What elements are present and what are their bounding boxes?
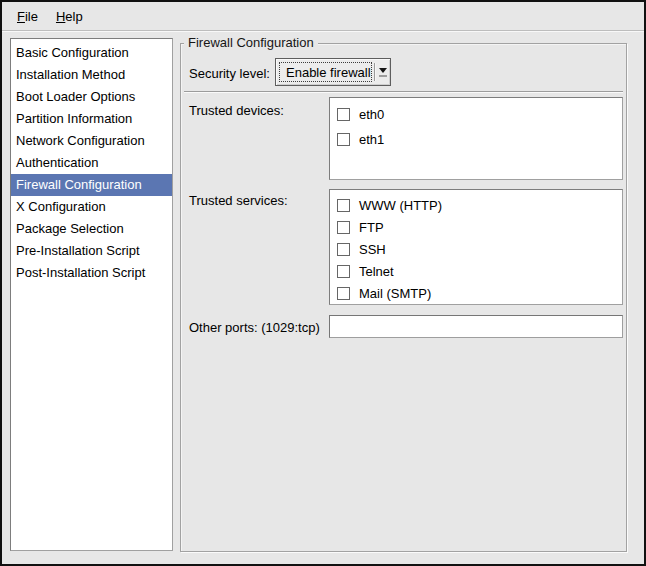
trusted-services-label: Trusted services: <box>189 193 288 208</box>
sidebar-item-label: Network Configuration <box>16 133 145 148</box>
sidebar-item[interactable]: Basic Configuration <box>11 42 172 64</box>
checkbox-icon[interactable] <box>337 287 350 300</box>
trusted-service-row[interactable]: Telnet <box>330 260 622 282</box>
sidebar-item-label: Post-Installation Script <box>16 265 145 280</box>
sidebar-item-label: Package Selection <box>16 221 124 236</box>
sidebar-item-label: Partition Information <box>16 111 132 126</box>
sidebar-item-label: Authentication <box>16 155 98 170</box>
horizontal-separator <box>184 91 623 93</box>
trusted-service-name: Mail (SMTP) <box>359 286 431 301</box>
sidebar-item[interactable]: Partition Information <box>11 108 172 130</box>
sidebar-item[interactable]: X Configuration <box>11 196 172 218</box>
sidebar-item-label: Firewall Configuration <box>16 177 142 192</box>
sidebar-item-label: X Configuration <box>16 199 106 214</box>
sidebar-item[interactable]: Installation Method <box>11 64 172 86</box>
menu-file-mnemonic: F <box>17 9 25 24</box>
checkbox-icon[interactable] <box>337 133 350 146</box>
sidebar-item-label: Installation Method <box>16 67 125 82</box>
checkbox-icon[interactable] <box>337 243 350 256</box>
security-level-value: Enable firewall <box>279 62 372 82</box>
menu-help-label: elp <box>65 9 82 24</box>
trusted-services-list[interactable]: WWW (HTTP) FTP SSH Telnet <box>329 189 623 305</box>
trusted-devices-label: Trusted devices: <box>189 103 284 118</box>
sidebar-item[interactable]: Post-Installation Script <box>11 262 172 284</box>
groupbox-title: Firewall Configuration <box>184 35 318 50</box>
checkbox-icon[interactable] <box>337 221 350 234</box>
sidebar-item[interactable]: Pre-Installation Script <box>11 240 172 262</box>
other-ports-input[interactable] <box>329 315 623 338</box>
menu-file[interactable]: File <box>8 2 47 30</box>
trusted-device-row[interactable]: eth1 <box>330 127 622 152</box>
chevron-down-icon <box>376 59 390 85</box>
sidebar-item[interactable]: Firewall Configuration <box>11 174 172 196</box>
firewall-configuration-groupbox: Firewall Configuration Security level: E… <box>180 43 627 552</box>
menubar: File Help <box>2 2 644 31</box>
menu-help[interactable]: Help <box>47 2 92 30</box>
sidebar-item-label: Boot Loader Options <box>16 89 135 104</box>
trusted-devices-list[interactable]: eth0 eth1 <box>329 97 623 180</box>
sidebar-item[interactable]: Network Configuration <box>11 130 172 152</box>
trusted-service-name: Telnet <box>359 264 394 279</box>
checkbox-icon[interactable] <box>337 265 350 278</box>
menu-help-mnemonic: H <box>56 9 65 24</box>
other-ports-label: Other ports: (1029:tcp) <box>189 320 320 335</box>
sidebar-item-label: Basic Configuration <box>16 45 129 60</box>
security-level-label: Security level: <box>189 66 270 81</box>
sidebar-section-list[interactable]: Basic Configuration Installation Method … <box>10 38 173 551</box>
sidebar-item[interactable]: Boot Loader Options <box>11 86 172 108</box>
trusted-service-name: FTP <box>359 220 384 235</box>
sidebar-item[interactable]: Package Selection <box>11 218 172 240</box>
security-level-dropdown[interactable]: Enable firewall <box>275 58 391 86</box>
checkbox-icon[interactable] <box>337 108 350 121</box>
checkbox-icon[interactable] <box>337 199 350 212</box>
trusted-service-row[interactable]: SSH <box>330 238 622 260</box>
menu-file-label: ile <box>25 9 38 24</box>
trusted-device-name: eth0 <box>359 107 384 122</box>
trusted-device-row[interactable]: eth0 <box>330 102 622 127</box>
trusted-service-row[interactable]: Mail (SMTP) <box>330 282 622 304</box>
trusted-service-name: SSH <box>359 242 386 257</box>
trusted-device-name: eth1 <box>359 132 384 147</box>
sidebar-item-label: Pre-Installation Script <box>16 243 140 258</box>
kickstart-configurator-window: File Help Basic Configuration Installati… <box>0 0 646 566</box>
trusted-service-name: WWW (HTTP) <box>359 198 442 213</box>
trusted-service-row[interactable]: FTP <box>330 216 622 238</box>
trusted-service-row[interactable]: WWW (HTTP) <box>330 194 622 216</box>
sidebar-item[interactable]: Authentication <box>11 152 172 174</box>
